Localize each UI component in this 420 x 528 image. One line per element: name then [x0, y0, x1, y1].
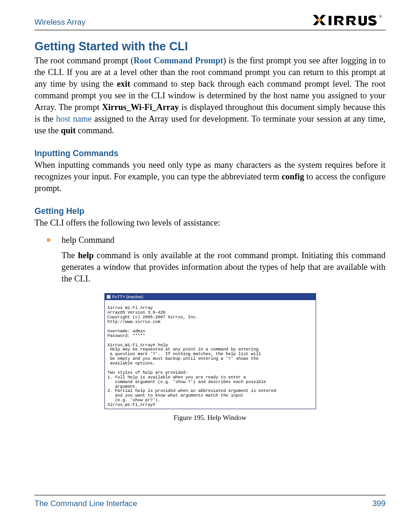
heading-getting-help: Getting Help — [34, 206, 386, 216]
text: command is only available at the root co… — [62, 251, 386, 283]
putty-title-text: PuTTY (inactive) — [112, 295, 144, 299]
link-host-name[interactable]: host name — [56, 114, 92, 123]
putty-body: Xirrus Wi-Fi Array ArrayOS Version 3.0-4… — [105, 300, 316, 409]
cmd-config: config — [282, 172, 304, 181]
figure-help-window: PuTTY (inactive) Xirrus Wi-Fi Array Arra… — [34, 293, 386, 422]
text: The root command prompt ( — [34, 56, 133, 65]
svg-text:®: ® — [379, 14, 382, 19]
bullet-title: help Command — [62, 235, 115, 245]
xirrus-logo: ® — [311, 13, 386, 27]
heading-inputting-commands: Inputting Commands — [34, 149, 386, 158]
link-root-command-prompt[interactable]: Root Command Prompt — [133, 56, 223, 65]
footer-chapter: The Command Line Interface — [34, 499, 137, 508]
putty-window: PuTTY (inactive) Xirrus Wi-Fi Array Arra… — [104, 293, 316, 409]
cmd-exit: exit — [117, 79, 131, 89]
header-section: Wireless Array — [34, 18, 86, 27]
text: command. — [76, 126, 114, 135]
page-number: 399 — [372, 499, 386, 508]
header-rule — [34, 30, 386, 30]
svg-point-1 — [317, 18, 321, 22]
para-intro: The root command prompt (Root Command Pr… — [34, 55, 386, 137]
heading-getting-started: Getting Started with the CLI — [34, 40, 386, 53]
putty-titlebar: PuTTY (inactive) — [105, 294, 316, 300]
prompt-name: Xirrus_Wi-Fi_Array — [102, 103, 179, 112]
svg-rect-2 — [329, 16, 331, 25]
list-item: help Command The help command is only av… — [34, 234, 386, 285]
text: The — [62, 251, 78, 260]
putty-icon — [107, 295, 110, 299]
figure-caption: Figure 195. Help Window — [34, 414, 386, 422]
bullet-body: The help command is only available at th… — [62, 250, 386, 285]
cmd-quit: quit — [61, 126, 76, 135]
cmd-help: help — [78, 251, 94, 260]
para-inputting: When inputting commands you need only ty… — [34, 159, 386, 194]
para-help-intro: The CLI offers the following two levels … — [34, 217, 386, 229]
